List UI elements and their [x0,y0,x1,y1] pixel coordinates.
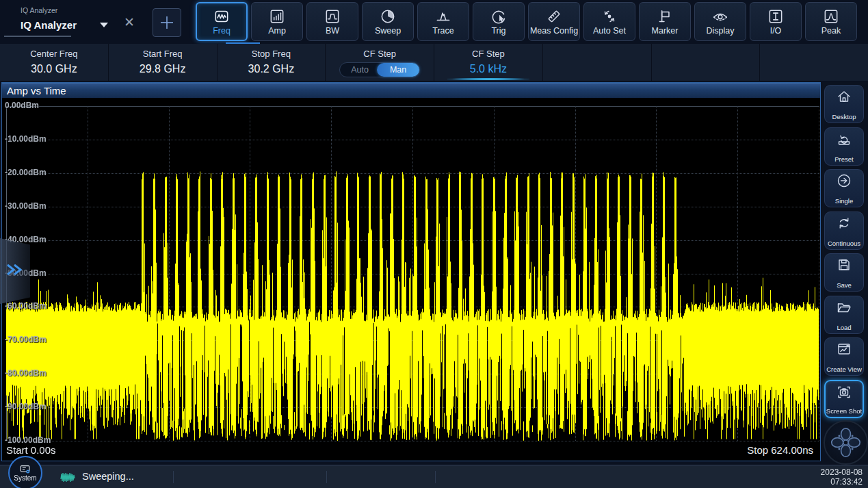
sidebar: DesktopPresetSingleContinuousSaveLoadCre… [821,82,868,465]
param-label: CF Step [434,49,542,59]
active-entry-underline [447,78,529,80]
y-axis-label: -90.00dBm [5,402,47,411]
sidebar-button-load[interactable]: Load [824,296,864,334]
system-button[interactable]: System [8,456,42,488]
sidebar-button-label: Save [837,281,852,289]
caret-down-icon[interactable] [100,23,108,27]
sidebar-button-screen-shot[interactable]: Screen Shot [824,380,864,418]
iq-analyzer-app: IQ Analyzer IQ Analyzer ✕ FreqAmpBWSweep… [0,0,868,488]
ribbon-button-sweep[interactable]: Sweep [362,2,414,41]
param-cell-center-freq-0[interactable]: Center Freq30.0 GHz [0,44,108,81]
save-icon [836,257,852,273]
continuous-icon [836,215,852,231]
ribbon: FreqAmpBWSweepTraceTrigMeas ConfigAuto S… [196,2,857,41]
x-stop-label: Stop 624.00ns [747,444,813,456]
chart-panel: Amp vs Time 0.00dBm-10.00dBm-20.00dBm-30… [1,82,821,461]
plot-area[interactable] [6,106,819,441]
status-bar: System Sweeping... 2023-08-08 07:33:42 [0,465,868,488]
close-icon[interactable]: ✕ [122,15,137,30]
screenshot-icon [836,384,852,400]
sidebar-button-single[interactable]: Single [824,169,864,207]
trace-icon [434,8,452,25]
toggle-option-man[interactable]: Man [377,63,419,77]
ribbon-button-amp[interactable]: Amp [251,2,303,41]
trace-canvas [6,106,819,441]
sidebar-button-label: Desktop [832,113,856,120]
sidebar-button-save[interactable]: Save [824,253,864,292]
param-cell-stop-freq-2[interactable]: Stop Freq30.2 GHz [218,44,326,81]
sidebar-button-label: Preset [834,155,853,163]
chart-title-bar: Amp vs Time [2,83,820,98]
ribbon-button-label: I/O [770,26,782,36]
top-toolbar: IQ Analyzer IQ Analyzer ✕ FreqAmpBWSweep… [0,0,868,44]
status-divider [326,471,327,483]
gridline [6,441,819,441]
display-icon [711,8,729,25]
ribbon-button-label: Auto Set [593,26,626,36]
cf-step-auto-man-toggle[interactable]: AutoMan [339,62,420,77]
y-axis-label: 0.00dBm [5,101,39,110]
ribbon-button-freq[interactable]: Freq [196,2,248,41]
sweep-icon [379,8,397,25]
ribbon-button-trace[interactable]: Trace [417,2,469,41]
ribbon-button-meas-config[interactable]: Meas Config [528,2,580,41]
sidebar-button-create-view[interactable]: Create View [824,337,864,376]
amp-icon [268,8,286,25]
plus-icon [159,14,175,31]
y-axis-label: -20.00dBm [5,168,47,177]
datetime: 2023-08-08 07:33:42 [821,467,863,487]
add-tab-button[interactable] [153,8,181,37]
ribbon-button-label: Amp [268,26,286,36]
ribbon-button-label: BW [326,26,339,36]
status-divider [173,471,174,483]
ribbon-button-bw[interactable]: BW [306,2,358,41]
ribbon-button-trig[interactable]: Trig [473,2,525,41]
double-chevron-right-icon [5,261,25,278]
param-cell-start-freq-1[interactable]: Start Freq29.8 GHz [109,44,217,81]
sidebar-button-label: Screen Shot [826,407,862,415]
system-label: System [14,474,36,482]
y-axis-label: -80.00dBm [5,368,47,378]
trig-icon [490,8,508,25]
y-axis-label: -100.00dBm [5,435,51,445]
meas-config-icon [545,8,563,25]
sidebar-button-continuous[interactable]: Continuous [824,211,864,250]
param-cell-empty-6 [652,44,760,81]
auto-set-icon [601,8,618,25]
ribbon-button-marker[interactable]: Marker [639,2,691,41]
status-divider [435,471,436,483]
param-value: 5.0 kHz [434,63,542,75]
sidebar-button-label: Create View [826,365,862,373]
ribbon-button-display[interactable]: Display [694,2,746,41]
param-value: 30.2 GHz [218,63,326,75]
sweeping-waveform-icon [59,471,78,483]
preset-icon [836,131,852,147]
ribbon-button-peak[interactable]: Peak [805,2,857,41]
time-label: 07:33:42 [821,477,863,487]
toggle-option-auto[interactable]: Auto [340,63,380,77]
ribbon-button-label: Sweep [375,26,401,36]
param-value: 30.0 GHz [0,63,108,75]
y-axis-label: -60.00dBm [5,301,47,311]
ribbon-button-i-o[interactable]: I/O [750,2,802,41]
param-cell-empty-5 [543,44,651,81]
navigation-wheel-button[interactable] [824,420,868,465]
load-icon [836,299,852,316]
sidebar-button-label: Continuous [828,240,860,247]
param-label: Center Freq [0,49,108,59]
param-cell-cf-step-4[interactable]: CF Step5.0 kHz [434,44,542,81]
freq-icon [213,8,231,25]
ribbon-button-label: Display [707,26,735,36]
sidebar-button-desktop[interactable]: Desktop [824,85,864,123]
app-tab[interactable]: IQ Analyzer IQ Analyzer ✕ [0,0,194,44]
param-cell-cf-step-3[interactable]: CF StepAutoMan [326,44,434,81]
ribbon-button-auto-set[interactable]: Auto Set [583,2,635,41]
param-label: Start Freq [109,49,217,59]
sidebar-button-preset[interactable]: Preset [824,127,864,166]
flyout-handle[interactable] [0,238,30,304]
param-label: CF Step [326,49,434,59]
ribbon-button-label: Peak [821,26,841,36]
date-label: 2023-08-08 [821,467,863,477]
sweep-status-text: Sweeping... [82,471,134,482]
tab-title: IQ Analyzer [21,19,77,31]
